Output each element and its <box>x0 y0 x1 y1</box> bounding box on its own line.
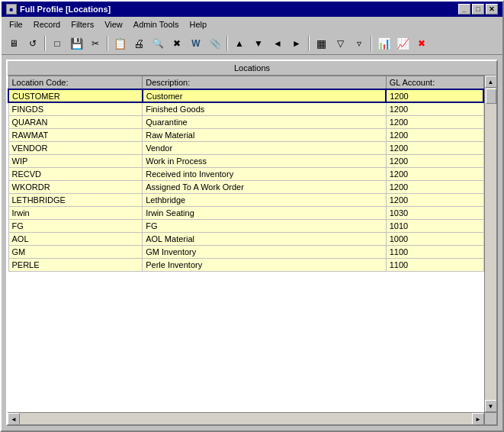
cell-gl-account: 1100 <box>386 245 483 258</box>
window-icon: ■ <box>6 4 17 15</box>
save-button[interactable]: 💾 <box>67 35 85 52</box>
toolbar-close-button[interactable]: ✖ <box>413 35 431 52</box>
scroll-up-button[interactable]: ▲ <box>485 76 497 88</box>
toolbar: 🖥 ↺ □ 💾 ✂ 📋 🖨 🔍 ✖ W 📎 ▲ ▼ ◄ ► ▦ ▽ ▿ 📊 📈 … <box>2 32 502 55</box>
scroll-right-button[interactable]: ► <box>472 413 484 425</box>
maximize-button[interactable]: □ <box>472 4 484 15</box>
menu-file[interactable]: File <box>5 18 27 31</box>
cell-description: Customer <box>143 89 386 102</box>
nav-up-button[interactable]: ▲ <box>230 35 249 52</box>
nav-right-button[interactable]: ► <box>287 35 306 52</box>
menu-view[interactable]: View <box>100 18 127 31</box>
cell-code: WKORDR <box>8 180 143 193</box>
table-row[interactable]: PERLEPerle Inventory1100 <box>8 258 483 271</box>
toolbar-separator-3 <box>226 36 228 51</box>
nav-down-button[interactable]: ▼ <box>249 35 268 52</box>
table-row[interactable]: VENDORVendor1200 <box>8 141 483 154</box>
cell-code: PERLE <box>8 258 143 271</box>
table-row[interactable]: RECVDReceived into Inventory1200 <box>8 167 483 180</box>
toolbar-separator-5 <box>371 36 372 51</box>
cell-code: WIP <box>8 154 143 167</box>
menu-record[interactable]: Record <box>29 18 65 31</box>
cell-gl-account: 1000 <box>386 232 483 245</box>
table-row[interactable]: WKORDRAssigned To A Work Order1200 <box>8 180 483 193</box>
scroll-track[interactable] <box>485 88 497 400</box>
cell-description: AOL Material <box>143 232 386 245</box>
main-window: ■ Full Profile [Locations] _ □ ✕ File Re… <box>0 0 504 432</box>
table-header-row: Location Code: Description: GL Account: <box>8 76 483 90</box>
refresh-button[interactable]: ↺ <box>24 35 42 52</box>
table-row[interactable]: GMGM Inventory1100 <box>8 245 483 258</box>
nav-left-button[interactable]: ◄ <box>268 35 287 52</box>
toolbar-separator-1 <box>44 36 46 51</box>
cell-code: LETHBRIDGE <box>8 193 143 206</box>
table-row[interactable]: FINGDSFinished Goods1200 <box>8 102 483 115</box>
cell-gl-account: 1200 <box>386 102 483 115</box>
cell-code: GM <box>8 245 143 258</box>
cell-description: Irwin Seating <box>143 206 386 219</box>
table-row[interactable]: AOLAOL Material1000 <box>8 232 483 245</box>
cell-code: FINGDS <box>8 102 143 115</box>
report2-button[interactable]: 📈 <box>393 35 412 52</box>
delete-button[interactable]: ✖ <box>168 35 186 52</box>
cell-gl-account: 1100 <box>386 258 483 271</box>
table-row[interactable]: QUARANQuarantine1200 <box>8 115 483 128</box>
close-button[interactable]: ✕ <box>486 4 498 15</box>
filter1-button[interactable]: ▽ <box>331 35 349 52</box>
cell-gl-account: 1200 <box>386 115 483 128</box>
table-row[interactable]: CUSTOMERCustomer1200 <box>8 89 483 102</box>
table-row[interactable]: FGFG1010 <box>8 219 483 232</box>
cell-gl-account: 1010 <box>386 219 483 232</box>
grid-button[interactable]: ▦ <box>312 35 330 52</box>
filter2-button[interactable]: ▿ <box>350 35 368 52</box>
cell-gl-account: 1200 <box>386 89 483 102</box>
cell-gl-account: 1030 <box>386 206 483 219</box>
toolbar-separator-4 <box>308 36 310 51</box>
window-controls: _ □ ✕ <box>458 4 498 15</box>
cut-button[interactable]: ✂ <box>86 35 104 52</box>
table-row[interactable]: RAWMATRaw Material1200 <box>8 128 483 141</box>
cell-description: Perle Inventory <box>143 258 386 271</box>
table-wrapper: Location Code: Description: GL Account: … <box>8 76 496 412</box>
menu-admin-tools[interactable]: Admin Tools <box>129 18 184 31</box>
menu-help[interactable]: Help <box>185 18 212 31</box>
cell-gl-account: 1200 <box>386 128 483 141</box>
cell-description: Raw Material <box>143 128 386 141</box>
menu-filters[interactable]: Filters <box>66 18 98 31</box>
cell-code: RAWMAT <box>8 128 143 141</box>
cell-code: AOL <box>8 232 143 245</box>
scroll-down-button[interactable]: ▼ <box>485 400 497 412</box>
cell-description: Lethbridge <box>143 193 386 206</box>
col-header-code: Location Code: <box>8 76 143 90</box>
cell-gl-account: 1200 <box>386 180 483 193</box>
cell-code: QUARAN <box>8 115 143 128</box>
minimize-button[interactable]: _ <box>458 4 470 15</box>
locations-table: Location Code: Description: GL Account: … <box>8 76 484 272</box>
cell-description: Assigned To A Work Order <box>143 180 386 193</box>
cell-gl-account: 1200 <box>386 167 483 180</box>
search-button[interactable]: 🔍 <box>149 35 167 52</box>
window-title: Full Profile [Locations] <box>20 5 111 14</box>
monitor-button[interactable]: 🖥 <box>5 35 23 52</box>
report1-button[interactable]: 📊 <box>374 35 393 52</box>
table-row[interactable]: IrwinIrwin Seating1030 <box>8 206 483 219</box>
col-header-desc: Description: <box>143 76 386 90</box>
table-title: Locations <box>8 61 496 76</box>
scroll-track-h[interactable] <box>20 413 472 425</box>
col-header-gl: GL Account: <box>386 76 483 90</box>
print-button[interactable]: 🖨 <box>130 35 148 52</box>
word-button[interactable]: W <box>187 35 205 52</box>
cell-description: GM Inventory <box>143 245 386 258</box>
scroll-thumb[interactable] <box>486 89 496 104</box>
cell-description: Quarantine <box>143 115 386 128</box>
cell-code: Irwin <box>8 206 143 219</box>
table-row[interactable]: LETHBRIDGELethbridge1200 <box>8 193 483 206</box>
attach-button[interactable]: 📎 <box>206 35 224 52</box>
vertical-scrollbar: ▲ ▼ <box>484 76 496 412</box>
copy-button[interactable]: 📋 <box>111 35 129 52</box>
scroll-left-button[interactable]: ◄ <box>8 413 20 425</box>
table-row[interactable]: WIPWork in Process1200 <box>8 154 483 167</box>
cell-gl-account: 1200 <box>386 141 483 154</box>
cell-description: Work in Process <box>143 154 386 167</box>
new-button[interactable]: □ <box>48 35 66 52</box>
